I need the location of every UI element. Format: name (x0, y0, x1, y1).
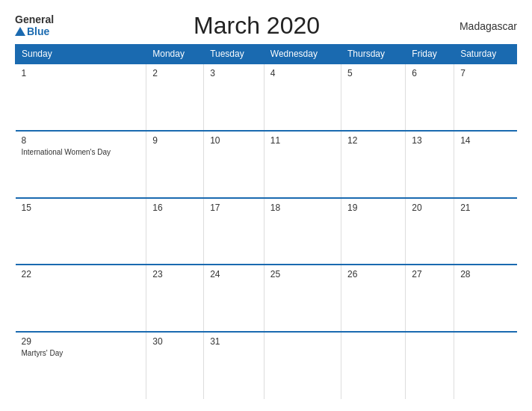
calendar-cell: 27 (406, 265, 454, 332)
day-number: 9 (152, 135, 197, 146)
calendar-cell: 30 (146, 332, 204, 399)
calendar-cell: 6 (406, 64, 454, 131)
calendar-cell: 22 (16, 265, 146, 332)
day-number: 31 (210, 336, 258, 347)
day-number: 29 (22, 336, 140, 347)
calendar-cell: 24 (204, 265, 265, 332)
weekday-header-row: Sunday Monday Tuesday Wednesday Thursday… (16, 45, 517, 64)
country-label: Madagascar (460, 20, 517, 32)
header-monday: Monday (146, 45, 204, 64)
day-number: 8 (22, 135, 140, 146)
day-number: 17 (210, 203, 258, 213)
day-number: 26 (347, 269, 399, 279)
calendar-cell: 14 (454, 131, 517, 198)
day-number: 18 (270, 203, 335, 213)
calendar-cell: 12 (341, 131, 406, 198)
day-number: 16 (152, 203, 197, 213)
calendar-cell: 10 (204, 131, 265, 198)
calendar-cell (406, 332, 454, 399)
day-number: 4 (270, 68, 335, 78)
day-number: 13 (412, 135, 448, 146)
calendar-cell: 16 (146, 198, 204, 265)
day-number: 27 (412, 269, 448, 279)
event-label: International Women's Day (22, 147, 140, 157)
calendar-cell: 18 (264, 198, 341, 265)
day-number: 21 (460, 203, 510, 213)
logo-general-text: General (15, 14, 54, 25)
calendar-cell: 20 (406, 198, 454, 265)
day-number: 25 (270, 269, 335, 279)
day-number: 5 (347, 68, 399, 78)
day-number: 22 (22, 269, 140, 279)
header-saturday: Saturday (454, 45, 517, 64)
calendar-cell: 26 (341, 265, 406, 332)
calendar-cell (454, 332, 517, 399)
event-label: Martyrs' Day (22, 348, 140, 358)
calendar-cell: 4 (264, 64, 341, 131)
logo-triangle-icon (15, 27, 25, 36)
calendar-cell: 28 (454, 265, 517, 332)
day-number: 15 (22, 203, 140, 213)
day-number: 1 (22, 68, 140, 78)
calendar-week-row: 15161718192021 (16, 198, 517, 265)
day-number: 30 (152, 336, 197, 347)
calendar-header: General Blue March 2020 Madagascar (15, 12, 517, 40)
calendar-cell: 13 (406, 131, 454, 198)
calendar-title: March 2020 (194, 12, 320, 40)
calendar-cell: 9 (146, 131, 204, 198)
day-number: 11 (270, 135, 335, 146)
calendar-cell: 11 (264, 131, 341, 198)
day-number: 14 (460, 135, 510, 146)
calendar-cell: 3 (204, 64, 265, 131)
day-number: 3 (210, 68, 258, 78)
calendar-cell: 2 (146, 64, 204, 131)
header-wednesday: Wednesday (264, 45, 341, 64)
calendar-cell (264, 332, 341, 399)
calendar-cell: 7 (454, 64, 517, 131)
header-friday: Friday (406, 45, 454, 64)
logo-blue-text: Blue (15, 26, 49, 37)
calendar-cell: 21 (454, 198, 517, 265)
calendar-cell: 17 (204, 198, 265, 265)
day-number: 19 (347, 203, 399, 213)
day-number: 24 (210, 269, 258, 279)
day-number: 7 (460, 68, 510, 78)
calendar-week-row: 22232425262728 (16, 265, 517, 332)
calendar-cell: 29Martyrs' Day (16, 332, 146, 399)
calendar-table: Sunday Monday Tuesday Wednesday Thursday… (15, 44, 517, 399)
calendar-week-row: 8International Women's Day91011121314 (16, 131, 517, 198)
calendar-cell: 5 (341, 64, 406, 131)
calendar-week-row: 29Martyrs' Day3031 (16, 332, 517, 399)
calendar-cell (341, 332, 406, 399)
calendar-cell: 15 (16, 198, 146, 265)
calendar-cell: 31 (204, 332, 265, 399)
calendar-cell: 8International Women's Day (16, 131, 146, 198)
calendar-cell: 19 (341, 198, 406, 265)
day-number: 2 (152, 68, 197, 78)
header-tuesday: Tuesday (204, 45, 265, 64)
calendar-week-row: 1234567 (16, 64, 517, 131)
day-number: 23 (152, 269, 197, 279)
day-number: 12 (347, 135, 399, 146)
day-number: 28 (460, 269, 510, 279)
calendar-cell: 23 (146, 265, 204, 332)
day-number: 10 (210, 135, 258, 146)
day-number: 20 (412, 203, 448, 213)
header-thursday: Thursday (341, 45, 406, 64)
header-sunday: Sunday (16, 45, 146, 64)
day-number: 6 (412, 68, 448, 78)
logo: General Blue (15, 14, 54, 37)
calendar-cell: 25 (264, 265, 341, 332)
calendar-cell: 1 (16, 64, 146, 131)
